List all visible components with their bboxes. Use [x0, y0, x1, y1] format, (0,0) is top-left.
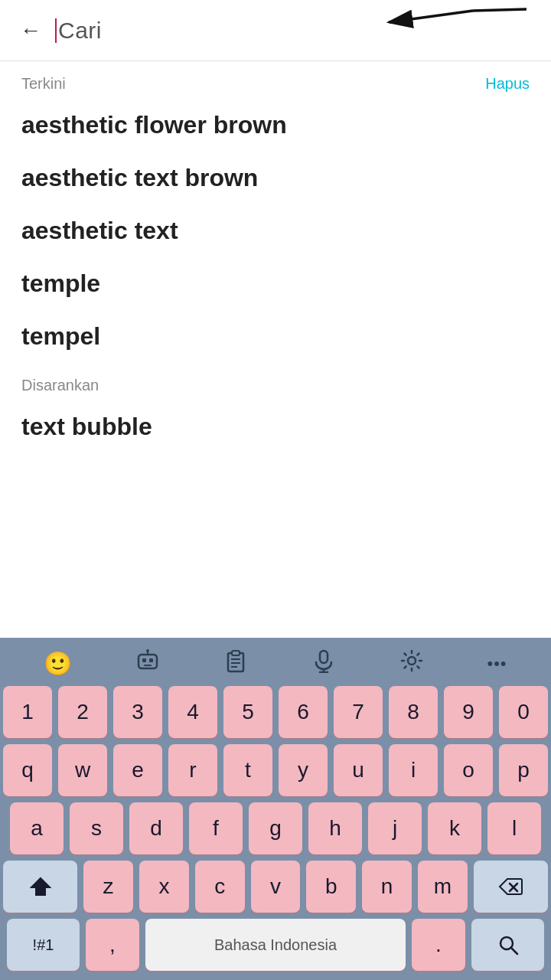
period-key[interactable]: . [412, 919, 465, 971]
key-1[interactable]: 1 [3, 686, 52, 738]
svg-point-18 [408, 657, 416, 665]
key-i[interactable]: i [389, 744, 438, 796]
settings-icon[interactable] [390, 645, 433, 681]
key-w[interactable]: w [58, 744, 107, 796]
key-g[interactable]: g [249, 802, 302, 854]
key-q[interactable]: q [3, 744, 52, 796]
search-input-wrapper[interactable]: Cari [49, 18, 539, 44]
key-x[interactable]: x [139, 861, 189, 913]
svg-rect-6 [149, 658, 153, 662]
header: ← Cari [0, 0, 551, 61]
symbols-key[interactable]: !#1 [7, 919, 80, 971]
svg-rect-11 [232, 651, 240, 655]
key-m[interactable]: m [418, 861, 468, 913]
backspace-key[interactable] [474, 861, 548, 913]
key-s[interactable]: s [70, 802, 123, 854]
key-o[interactable]: o [444, 744, 493, 796]
suggestions-area: Terkini Hapus aesthetic flower brown aes… [0, 61, 551, 453]
comma-key[interactable]: , [86, 919, 139, 971]
key-c[interactable]: c [195, 861, 245, 913]
key-h[interactable]: h [308, 802, 362, 854]
key-row-qwerty: q w e r t y u i o p [3, 744, 548, 796]
keyboard-rows: 1 2 3 4 5 6 7 8 9 0 q w e r t y u i o p … [0, 686, 551, 971]
key-k[interactable]: k [428, 802, 481, 854]
svg-point-9 [146, 649, 149, 652]
more-icon[interactable]: ••• [478, 651, 516, 677]
key-row-numbers: 1 2 3 4 5 6 7 8 9 0 [3, 686, 548, 738]
key-3[interactable]: 3 [113, 686, 162, 738]
search-placeholder: Cari [58, 18, 102, 44]
mic-icon[interactable] [302, 645, 345, 681]
search-key[interactable] [471, 919, 544, 971]
suggested-item-0[interactable]: text bubble [21, 400, 530, 453]
suggested-label: Disarankan [21, 363, 530, 400]
key-8[interactable]: 8 [389, 686, 438, 738]
keyboard-toolbar: 🙂 [0, 638, 551, 686]
key-6[interactable]: 6 [279, 686, 328, 738]
recent-section-header: Terkini Hapus [21, 61, 530, 99]
key-z[interactable]: z [83, 861, 133, 913]
spacebar[interactable]: Bahasa Indonesia [145, 919, 406, 971]
svg-rect-4 [139, 655, 157, 668]
svg-line-23 [511, 948, 517, 954]
key-n[interactable]: n [362, 861, 412, 913]
key-row-zxcv: z x c v b n m [3, 861, 548, 913]
recent-item-0[interactable]: aesthetic flower brown [21, 99, 530, 152]
recent-item-2[interactable]: aesthetic text [21, 204, 530, 257]
shift-key[interactable] [3, 861, 77, 913]
recent-label: Terkini [21, 75, 66, 93]
emoji-icon[interactable]: 🙂 [34, 647, 81, 680]
key-2[interactable]: 2 [58, 686, 107, 738]
key-j[interactable]: j [368, 802, 422, 854]
key-p[interactable]: p [499, 744, 548, 796]
sticker-icon[interactable] [126, 645, 169, 681]
annotation-container: aesthetic flower brown aesthetic text br… [21, 99, 530, 363]
back-button[interactable]: ← [12, 12, 49, 49]
key-5[interactable]: 5 [223, 686, 272, 738]
key-u[interactable]: u [334, 744, 383, 796]
clipboard-icon[interactable] [214, 645, 257, 681]
key-b[interactable]: b [306, 861, 356, 913]
key-row-asdf: a s d f g h j k l [3, 802, 548, 854]
svg-rect-15 [320, 651, 328, 663]
recent-item-3[interactable]: temple [21, 257, 530, 310]
key-v[interactable]: v [251, 861, 301, 913]
key-row-bottom: !#1 , Bahasa Indonesia . [3, 919, 548, 971]
key-7[interactable]: 7 [334, 686, 383, 738]
svg-marker-19 [31, 878, 50, 895]
key-9[interactable]: 9 [444, 686, 493, 738]
recent-item-4[interactable]: tempel [21, 310, 530, 363]
key-a[interactable]: a [10, 802, 64, 854]
key-y[interactable]: y [279, 744, 328, 796]
key-f[interactable]: f [189, 802, 243, 854]
key-0[interactable]: 0 [499, 686, 548, 738]
back-icon: ← [20, 18, 41, 43]
key-4[interactable]: 4 [168, 686, 217, 738]
key-l[interactable]: l [487, 802, 541, 854]
svg-rect-5 [142, 658, 146, 662]
keyboard: 🙂 [0, 638, 551, 980]
recent-item-1[interactable]: aesthetic text brown [21, 152, 530, 204]
key-d[interactable]: d [129, 802, 183, 854]
hapus-button[interactable]: Hapus [485, 75, 530, 93]
text-cursor [55, 18, 57, 43]
key-r[interactable]: r [168, 744, 217, 796]
key-e[interactable]: e [113, 744, 162, 796]
key-t[interactable]: t [223, 744, 272, 796]
